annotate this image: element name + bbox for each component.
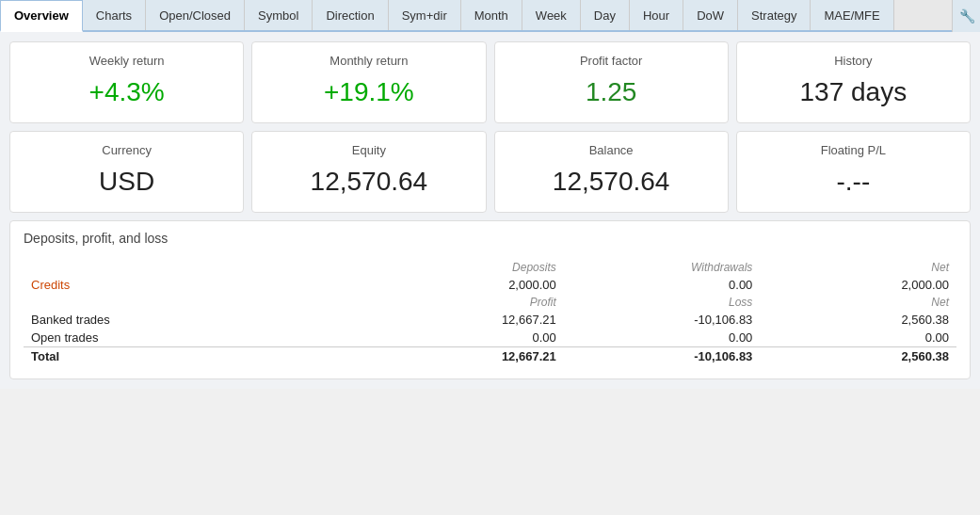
profit-factor-label: Profit factor [580,54,642,68]
total-net: 2,560.38 [760,347,956,366]
profit-col-header: Profit [367,294,564,311]
total-profit: 12,667.21 [367,347,564,366]
loss-col-header: Loss [564,294,761,311]
banked-trades-label: Banked trades [24,311,367,329]
banked-trades-loss: -10,106.83 [564,311,761,329]
tab-direction[interactable]: Direction [313,0,388,30]
profit-factor-value: 1.25 [586,77,637,107]
history-label: History [834,54,872,68]
credits-header-row: Deposits Withdrawals Net [24,259,956,276]
monthly-return-card: Monthly return +19.1% [251,41,486,123]
currency-card: Currency USD [9,131,244,213]
credits-deposits: 2,000.00 [367,276,564,294]
credits-row: Credits 2,000.00 0.00 2,000.00 [24,276,956,294]
tab-month[interactable]: Month [461,0,522,30]
svg-text:🔧: 🔧 [959,8,974,24]
filter-icon[interactable]: 🔧 [952,0,980,32]
tab-hour[interactable]: Hour [630,0,683,30]
deposits-table: Deposits Withdrawals Net Credits 2,000.0… [24,259,956,365]
weekly-return-label: Weekly return [89,54,165,68]
credits-label: Credits [24,276,367,294]
history-card: History 137 days [736,41,971,123]
banked-trades-row: Banked trades 12,667.21 -10,106.83 2,560… [24,311,956,329]
net-col-header-2: Net [760,294,956,311]
weekly-return-value: +4.3% [89,77,165,107]
profit-factor-card: Profit factor 1.25 [494,41,729,123]
balance-card: Balance 12,570.64 [494,131,729,213]
open-trades-row: Open trades 0.00 0.00 0.00 [24,329,956,347]
floating-pl-label: Floating P/L [821,143,886,157]
withdrawals-col-header: Withdrawals [564,259,761,276]
banked-trades-net: 2,560.38 [760,311,956,329]
main-content: Weekly return +4.3% Monthly return +19.1… [0,32,980,389]
total-row: Total 12,667.21 -10,106.83 2,560.38 [24,347,956,366]
deposits-section: Deposits, profit, and loss Deposits With… [9,220,971,379]
tab-symdir[interactable]: Sym+dir [389,0,461,30]
credits-withdrawals: 0.00 [564,276,761,294]
balance-value: 12,570.64 [553,167,670,197]
spacer-cell [24,259,367,276]
total-label: Total [24,347,367,366]
open-trades-label: Open trades [24,329,367,347]
equity-label: Equity [352,143,386,157]
history-value: 137 days [800,77,908,107]
tab-strategy[interactable]: Strategy [738,0,811,30]
currency-label: Currency [102,143,152,157]
tab-dow[interactable]: DoW [683,0,738,30]
total-loss: -10,106.83 [564,347,761,366]
floating-pl-value: -.-- [836,167,870,197]
deposits-section-title: Deposits, profit, and loss [24,231,956,246]
tab-day[interactable]: Day [581,0,630,30]
metrics-row-1: Weekly return +4.3% Monthly return +19.1… [9,41,971,123]
tab-symbol[interactable]: Symbol [245,0,313,30]
spacer-cell-2 [24,294,367,311]
credits-net: 2,000.00 [760,276,956,294]
banked-trades-profit: 12,667.21 [367,311,564,329]
monthly-return-label: Monthly return [329,54,408,68]
currency-value: USD [99,167,154,197]
open-trades-profit: 0.00 [367,329,564,347]
deposits-col-header: Deposits [367,259,564,276]
weekly-return-card: Weekly return +4.3% [9,41,244,123]
balance-label: Balance [589,143,634,157]
tab-fill [894,0,952,30]
tab-open-closed[interactable]: Open/Closed [146,0,245,30]
tab-maemfe[interactable]: MAE/MFE [811,0,893,30]
equity-value: 12,570.64 [311,167,428,197]
net-col-header-1: Net [760,259,956,276]
open-trades-loss: 0.00 [564,329,761,347]
tab-overview[interactable]: Overview [0,0,83,32]
trades-header-row: Profit Loss Net [24,294,956,311]
metrics-row-2: Currency USD Equity 12,570.64 Balance 12… [9,131,971,213]
equity-card: Equity 12,570.64 [251,131,486,213]
open-trades-net: 0.00 [760,329,956,347]
monthly-return-value: +19.1% [324,77,414,107]
tab-week[interactable]: Week [522,0,581,30]
floating-pl-card: Floating P/L -.-- [736,131,971,213]
tab-charts[interactable]: Charts [83,0,146,30]
tab-bar: Overview Charts Open/Closed Symbol Direc… [0,0,980,32]
